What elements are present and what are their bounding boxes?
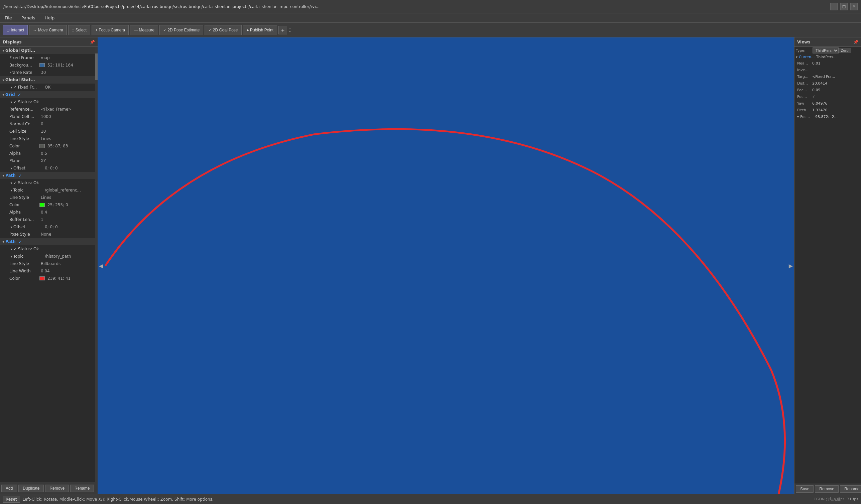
displays-scrollbar[interactable] — [95, 47, 98, 482]
right-panel: Views 📌 Type: ThirdPers Zero ▾ Curren...… — [794, 38, 861, 494]
menu-file[interactable]: File — [3, 15, 14, 21]
pose-estimate-button[interactable]: ✓ 2D Pose Estimate — [160, 25, 203, 35]
views-distance-row[interactable]: Dist... 20.0414 — [794, 80, 861, 86]
fixed-frame-status-row[interactable]: ▾ ✓ Fixed Fr... OK — [0, 84, 98, 91]
grid-cell-size-label: Cell Size — [9, 129, 39, 134]
grid-line-style-label: Line Style — [9, 136, 39, 141]
views-focal1-row[interactable]: Foc... 0.05 — [794, 86, 861, 93]
remove-button[interactable]: Remove — [45, 485, 69, 492]
duplicate-button[interactable]: Duplicate — [18, 485, 44, 492]
views-remove-button[interactable]: Remove — [815, 485, 838, 493]
views-near-row[interactable]: Nea... 0.01 — [794, 60, 861, 67]
titlebar-controls: – □ ✕ — [830, 3, 858, 10]
views-type-select[interactable]: ThirdPers — [812, 47, 838, 53]
goal-pose-button[interactable]: ✓ 2D Goal Pose — [205, 25, 241, 35]
path1-linestyle-value: Lines — [41, 195, 51, 200]
grid-alpha-row[interactable]: Alpha 0.5 — [0, 150, 98, 157]
fixed-frame-row[interactable]: Fixed Frame map — [0, 54, 98, 62]
views-target-label: Targ... — [797, 74, 812, 79]
views-target-row[interactable]: Targ... <Fixed Fra... — [794, 73, 861, 80]
toolbar-expand[interactable]: ─ ▾ — [289, 27, 291, 33]
path1-status-row[interactable]: ▾ ✓ Status: Ok — [0, 179, 98, 187]
path2-linewidth-row[interactable]: Line Width 0.04 — [0, 267, 98, 275]
grid-cell-size-row[interactable]: Cell Size 10 — [0, 128, 98, 135]
views-focal1-label: Foc... — [797, 88, 812, 92]
views-yaw-label: Yaw — [797, 101, 812, 106]
titlebar-title: /home/star/Desktop/AutonomousVehiclePnCC… — [3, 4, 319, 9]
views-zero-button[interactable]: Zero — [838, 48, 851, 53]
expand-path1-status-icon: ▾ — [9, 181, 13, 185]
expand-grid-offset-icon: ▾ — [9, 166, 13, 170]
path1-section-row[interactable]: ▾ Path ✓ — [0, 172, 98, 179]
statusbar-right: CGDN @蛙光猛er 31 fps — [814, 496, 858, 502]
maximize-button[interactable]: □ — [840, 3, 848, 10]
minimize-button[interactable]: – — [830, 3, 838, 10]
rename-button[interactable]: Rename — [70, 485, 94, 492]
background-color-row[interactable]: Backgrou... 52; 101; 164 — [0, 62, 98, 69]
publish-point-button[interactable]: ● Publish Point — [243, 25, 277, 35]
viewport-right-arrow[interactable]: ▶ — [788, 261, 794, 270]
global-options-row[interactable]: ▾ Global Opti... — [0, 47, 98, 54]
grid-line-style-row[interactable]: Line Style Lines — [0, 135, 98, 142]
path2-linestyle-row[interactable]: Line Style Billboards — [0, 260, 98, 267]
path1-offset-row[interactable]: ▾ Offset 0; 0; 0 — [0, 223, 98, 231]
menu-panels[interactable]: Panels — [19, 15, 38, 21]
grid-offset-row[interactable]: ▾ Offset 0; 0; 0 — [0, 164, 98, 172]
views-focus3-row[interactable]: ▾ Foc... 98.872; -2... — [794, 113, 861, 120]
views-header: Views 📌 — [794, 38, 861, 47]
frame-rate-label: Frame Rate — [9, 70, 39, 75]
path2-section-row[interactable]: ▾ Path ✓ — [0, 238, 98, 245]
path2-color-row[interactable]: Color 239; 41; 41 — [0, 275, 98, 282]
select-button[interactable]: □ Select — [68, 25, 90, 35]
path1-alpha-row[interactable]: Alpha 0.4 — [0, 208, 98, 216]
path1-linestyle-row[interactable]: Line Style Lines — [0, 194, 98, 201]
path1-linestyle-label: Line Style — [9, 195, 39, 200]
views-yaw-value: 6.04976 — [812, 101, 828, 106]
views-pitch-row[interactable]: Pitch 1.33476 — [794, 107, 861, 113]
path2-topic-row[interactable]: ▾ Topic /history_path — [0, 253, 98, 260]
views-rename-button[interactable]: Rename — [840, 485, 861, 493]
expand-global-status-icon: ▾ — [1, 78, 5, 82]
views-current-row[interactable]: ▾ Curren... ThirdPers... — [794, 54, 861, 60]
views-save-button[interactable]: Save — [796, 485, 814, 493]
grid-color-label: Color — [9, 144, 39, 148]
toolbar: ⊡ Interact ↔ Move Camera □ Select + Focu… — [0, 23, 861, 38]
path1-topic-row[interactable]: ▾ Topic /global_referenc... — [0, 187, 98, 194]
frame-rate-row[interactable]: Frame Rate 30 — [0, 69, 98, 76]
grid-section-row[interactable]: ▾ Grid ✓ — [0, 91, 98, 98]
add-button[interactable]: Add — [1, 485, 17, 492]
move-camera-button[interactable]: ↔ Move Camera — [29, 25, 67, 35]
path-svg — [98, 38, 794, 494]
path1-bufferlen-row[interactable]: Buffer Len... 1 — [0, 216, 98, 223]
background-color-value: 52; 101; 164 — [47, 63, 73, 68]
grid-reference-row[interactable]: Reference... <Fixed Frame> — [0, 106, 98, 113]
path1-posestyle-label: Pose Style — [9, 232, 39, 237]
path1-color-row[interactable]: Color 25; 255; 0 — [0, 201, 98, 208]
menu-help[interactable]: Help — [43, 15, 57, 21]
interact-button[interactable]: ⊡ Interact — [3, 25, 28, 35]
global-status-row[interactable]: ▾ Global Stat... — [0, 76, 98, 84]
toolbar-add-button[interactable]: + — [278, 26, 287, 35]
expand-fixed-frame-icon: ▾ — [9, 85, 13, 89]
viewport-left-arrow[interactable]: ◀ — [98, 261, 104, 270]
views-invert-row[interactable]: Inve... — [794, 67, 861, 73]
expand-grid-icon: ▾ — [1, 93, 5, 97]
grid-normal-ce-row[interactable]: Normal Ce... 0 — [0, 120, 98, 128]
grid-color-row[interactable]: Color 85; 87; 83 — [0, 142, 98, 150]
views-yaw-row[interactable]: Yaw 6.04976 — [794, 100, 861, 107]
expand-path2-icon: ▾ — [1, 240, 5, 244]
reset-button[interactable]: Reset — [3, 496, 20, 503]
path2-status-row[interactable]: ▾ ✓ Status: Ok — [0, 245, 98, 253]
path1-label: Path — [5, 173, 16, 178]
viewport-area[interactable]: ◀ ▶ — [98, 38, 794, 494]
grid-plane-cell-row[interactable]: Plane Cell ... 1000 — [0, 113, 98, 120]
measure-button[interactable]: — Measure — [130, 25, 158, 35]
displays-scrollbar-thumb[interactable] — [95, 53, 98, 80]
grid-plane-row[interactable]: Plane XY — [0, 157, 98, 164]
close-button[interactable]: ✕ — [850, 3, 858, 10]
focus-camera-button[interactable]: + Focus Camera — [92, 25, 129, 35]
path1-posestyle-value: None — [41, 232, 51, 237]
grid-status-row[interactable]: ▾ ✓ Status: Ok — [0, 98, 98, 106]
path1-posestyle-row[interactable]: Pose Style None — [0, 231, 98, 238]
views-focal2-row[interactable]: Foc... ✓ — [794, 93, 861, 100]
